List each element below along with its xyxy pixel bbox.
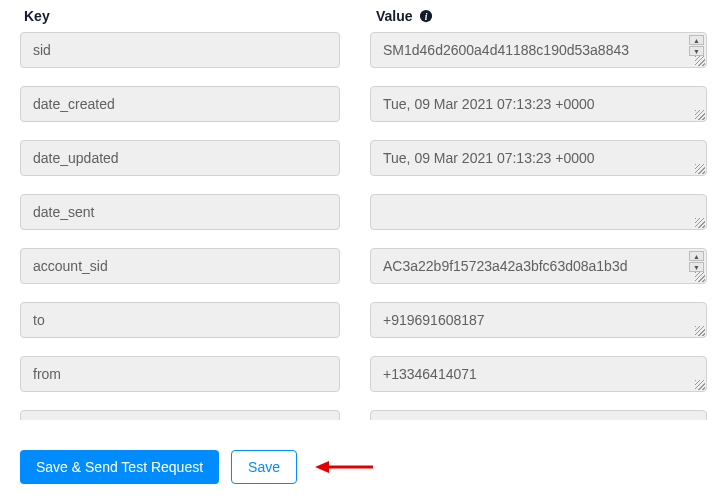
resize-handle-icon[interactable] <box>695 326 705 336</box>
key-field[interactable]: date_updated <box>20 140 340 176</box>
value-text: +919691608187 <box>383 312 485 328</box>
save-button[interactable]: Save <box>231 450 297 484</box>
value-field[interactable] <box>370 410 707 420</box>
chevron-up-icon[interactable]: ▲ <box>689 35 704 45</box>
column-header-key: Key <box>20 8 360 24</box>
value-text: SM1d46d2600a4d41188c190d53a8843 <box>383 42 629 58</box>
gap <box>340 194 370 230</box>
value-field[interactable]: SM1d46d2600a4d41188c190d53a8843▲▼ <box>370 32 707 68</box>
header-row: Key Value i <box>20 0 707 32</box>
column-header-value: Value i <box>360 8 707 24</box>
table-row: messaging_service_sid <box>20 410 707 420</box>
column-header-value-label: Value <box>376 8 413 24</box>
resize-handle-icon[interactable] <box>695 380 705 390</box>
resize-handle-icon[interactable] <box>695 218 705 228</box>
chevron-up-icon[interactable]: ▲ <box>689 251 704 261</box>
gap <box>340 356 370 392</box>
table-row: date_updatedTue, 09 Mar 2021 07:13:23 +0… <box>20 140 707 176</box>
gap <box>340 302 370 338</box>
key-field[interactable]: account_sid <box>20 248 340 284</box>
svg-marker-3 <box>315 461 329 473</box>
chevron-down-icon[interactable]: ▼ <box>689 46 704 56</box>
footer-bar: Save & Send Test Request Save <box>0 434 727 500</box>
value-text: AC3a22b9f15723a42a3bfc63d08a1b3d <box>383 258 627 274</box>
save-send-test-request-button[interactable]: Save & Send Test Request <box>20 450 219 484</box>
key-field[interactable]: sid <box>20 32 340 68</box>
key-field[interactable]: date_sent <box>20 194 340 230</box>
key-field[interactable]: messaging_service_sid <box>20 410 340 420</box>
value-field[interactable]: +13346414071 <box>370 356 707 392</box>
value-field[interactable]: Tue, 09 Mar 2021 07:13:23 +0000 <box>370 86 707 122</box>
table-row: date_createdTue, 09 Mar 2021 07:13:23 +0… <box>20 86 707 122</box>
chevron-down-icon[interactable]: ▼ <box>689 262 704 272</box>
arrow-annotation-icon <box>315 457 375 477</box>
gap <box>340 410 370 420</box>
table-row: to+919691608187 <box>20 302 707 338</box>
gap <box>340 140 370 176</box>
table-row: sidSM1d46d2600a4d41188c190d53a8843▲▼ <box>20 32 707 68</box>
value-field[interactable]: AC3a22b9f15723a42a3bfc63d08a1b3d▲▼ <box>370 248 707 284</box>
svg-text:i: i <box>424 11 427 22</box>
spinner: ▲▼ <box>689 35 704 56</box>
value-text: Tue, 09 Mar 2021 07:13:23 +0000 <box>383 96 595 112</box>
info-icon[interactable]: i <box>419 9 433 23</box>
resize-handle-icon[interactable] <box>695 56 705 66</box>
scroll-area[interactable]: Key Value i sidSM1d46d2600a4d41188c190d5… <box>0 0 727 420</box>
value-field[interactable]: Tue, 09 Mar 2021 07:13:23 +0000 <box>370 140 707 176</box>
value-text: +13346414071 <box>383 366 477 382</box>
table-row: date_sent <box>20 194 707 230</box>
resize-handle-icon[interactable] <box>695 272 705 282</box>
spinner: ▲▼ <box>689 251 704 272</box>
value-field[interactable] <box>370 194 707 230</box>
resize-handle-icon[interactable] <box>695 110 705 120</box>
key-field[interactable]: to <box>20 302 340 338</box>
table-row: from+13346414071 <box>20 356 707 392</box>
gap <box>340 32 370 68</box>
gap <box>340 248 370 284</box>
value-text: Tue, 09 Mar 2021 07:13:23 +0000 <box>383 150 595 166</box>
gap <box>340 86 370 122</box>
resize-handle-icon[interactable] <box>695 164 705 174</box>
key-field[interactable]: from <box>20 356 340 392</box>
value-field[interactable]: +919691608187 <box>370 302 707 338</box>
key-field[interactable]: date_created <box>20 86 340 122</box>
table-row: account_sidAC3a22b9f15723a42a3bfc63d08a1… <box>20 248 707 284</box>
